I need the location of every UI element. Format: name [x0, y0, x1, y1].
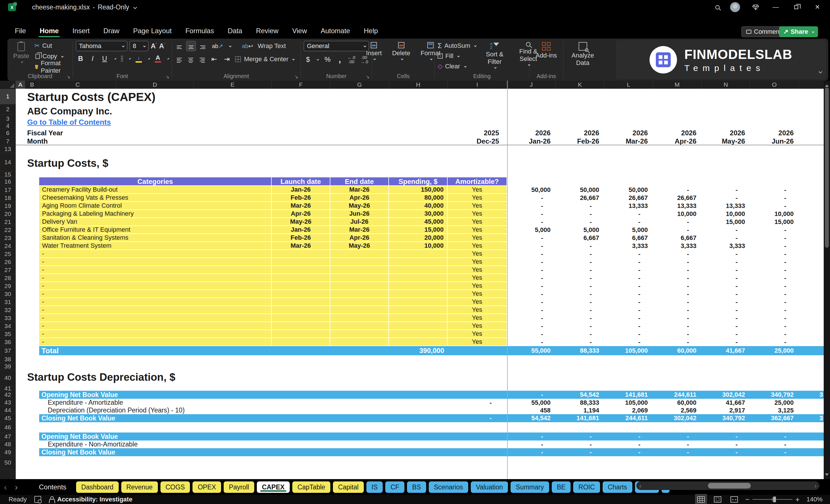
- align-middle-button[interactable]: [186, 41, 196, 51]
- restore-button[interactable]: [792, 3, 801, 12]
- row-header-15[interactable]: 15: [0, 171, 15, 177]
- sheet-tab-contents[interactable]: Contents: [22, 483, 76, 491]
- align-center-button[interactable]: [186, 54, 195, 65]
- sheet-tab-capex[interactable]: CAPEX: [257, 481, 290, 493]
- row-header-35[interactable]: 35: [0, 330, 15, 338]
- number-format-select[interactable]: General: [304, 41, 369, 51]
- row-header-46[interactable]: 46: [0, 422, 15, 433]
- alignment-dialog-launcher[interactable]: ↘: [295, 74, 298, 80]
- font-color-button[interactable]: A: [154, 55, 162, 63]
- sheet-tab-valuation[interactable]: Valuation: [471, 481, 508, 493]
- menu-tab-view[interactable]: View: [286, 25, 314, 38]
- cut-button[interactable]: ✂ Cut: [34, 41, 70, 50]
- font-color-chevron-icon[interactable]: [167, 58, 169, 60]
- align-top-button[interactable]: [175, 41, 184, 51]
- row-header-21[interactable]: 21: [0, 218, 15, 226]
- column-header-c[interactable]: C: [39, 81, 117, 89]
- menu-tab-data[interactable]: Data: [221, 25, 249, 38]
- shrink-font-button[interactable]: Aˇ: [159, 42, 165, 50]
- clipboard-dialog-launcher[interactable]: ↘: [67, 74, 70, 80]
- row-header-22[interactable]: 22: [0, 226, 15, 234]
- page-break-view-icon[interactable]: [731, 496, 738, 503]
- column-header-e[interactable]: E: [194, 81, 272, 89]
- italic-button[interactable]: I: [89, 54, 96, 63]
- sheet-tab-be[interactable]: BE: [552, 481, 571, 493]
- column-header-o[interactable]: O: [750, 81, 799, 89]
- column-header-a[interactable]: A: [16, 81, 25, 89]
- row-header-31[interactable]: 31: [0, 298, 15, 306]
- row-header-41[interactable]: 41: [0, 386, 15, 391]
- sheet-tab-captable[interactable]: CapTable: [292, 481, 330, 493]
- sheet-tab-scenarios[interactable]: Scenarios: [429, 481, 468, 493]
- number-dialog-launcher[interactable]: ↘: [366, 74, 370, 80]
- scroll-down-icon[interactable]: [825, 473, 829, 478]
- row-header-17[interactable]: 17: [0, 186, 15, 194]
- sheet-tab-payroll[interactable]: Payroll: [224, 481, 254, 493]
- row-header-2[interactable]: 2: [0, 104, 15, 115]
- row-header-43[interactable]: 43: [0, 399, 15, 406]
- fill-color-chevron-icon[interactable]: [148, 58, 150, 60]
- sheet-tab-cogs[interactable]: COGS: [160, 481, 190, 493]
- row-header-34[interactable]: 34: [0, 322, 15, 330]
- underline-chevron-icon[interactable]: [115, 58, 117, 60]
- delete-cells-button[interactable]: Delete: [389, 41, 413, 61]
- column-header-d[interactable]: D: [117, 81, 194, 89]
- menu-tab-review[interactable]: Review: [250, 25, 285, 38]
- menu-tab-insert[interactable]: Insert: [66, 25, 96, 38]
- sheet-tab-cf[interactable]: CF: [385, 481, 405, 493]
- normal-view-icon[interactable]: [697, 496, 705, 503]
- scroll-up-icon[interactable]: [825, 83, 829, 87]
- column-header-h[interactable]: H: [389, 81, 448, 89]
- select-all-corner[interactable]: [0, 81, 16, 89]
- row-header-14[interactable]: 14: [0, 153, 15, 171]
- search-icon[interactable]: [713, 3, 722, 12]
- increase-decimal-button[interactable]: ←.0 .00: [347, 55, 356, 64]
- avatar[interactable]: [730, 2, 740, 12]
- align-right-button[interactable]: [198, 54, 207, 65]
- fill-button[interactable]: ↓ Fill: [438, 52, 476, 60]
- orientation-button[interactable]: ab↗: [210, 42, 225, 50]
- addins-button[interactable]: Add-ins: [533, 41, 560, 60]
- row-header-29[interactable]: 29: [0, 282, 15, 290]
- vertical-scrollbar[interactable]: [824, 81, 830, 479]
- row-header-6[interactable]: 6: [0, 129, 15, 137]
- autosum-button[interactable]: Σ AutoSum: [438, 41, 476, 50]
- bold-button[interactable]: B: [76, 54, 85, 63]
- row-header-1[interactable]: 1: [0, 89, 15, 104]
- sheet-tab-revenue[interactable]: Revenue: [121, 481, 158, 493]
- column-headers[interactable]: ABCDEFGHIJKLMNO: [0, 81, 824, 89]
- column-header-l[interactable]: L: [604, 81, 653, 89]
- row-header-18[interactable]: 18: [0, 194, 15, 202]
- sort-filter-button[interactable]: AZ Sort & Filter: [478, 41, 511, 69]
- row-header-30[interactable]: 30: [0, 290, 15, 298]
- clear-button[interactable]: ◇ Clear: [438, 62, 476, 71]
- underline-button[interactable]: U: [100, 54, 109, 63]
- currency-chevron-icon[interactable]: [317, 58, 319, 61]
- page-layout-view-icon[interactable]: [714, 496, 721, 503]
- wrap-text-label[interactable]: Wrap Text: [258, 42, 286, 50]
- sheet-tab-opex[interactable]: OPEX: [192, 481, 221, 493]
- minimize-button[interactable]: —: [771, 3, 780, 12]
- read-only-badge[interactable]: Read-Only: [98, 3, 129, 11]
- row-header-7[interactable]: 7: [0, 137, 15, 145]
- row-header-28[interactable]: 28: [0, 274, 15, 282]
- column-header-b[interactable]: B: [25, 81, 39, 89]
- row-header-27[interactable]: 27: [0, 266, 15, 274]
- column-header-m[interactable]: M: [653, 81, 702, 89]
- row-header-32[interactable]: 32: [0, 306, 15, 314]
- wrap-text-button[interactable]: ab↩: [240, 42, 255, 50]
- row-header-16[interactable]: 16: [0, 177, 15, 186]
- sheet-nav-left-icon[interactable]: ‹: [0, 482, 11, 492]
- vertical-scroll-thumb[interactable]: [825, 88, 829, 248]
- align-left-button[interactable]: [175, 54, 184, 65]
- row-headers[interactable]: 1234671314151617181920212223242526272829…: [0, 89, 16, 479]
- row-header-24[interactable]: 24: [0, 242, 15, 250]
- zoom-in-button[interactable]: +: [793, 495, 802, 504]
- accessibility-status[interactable]: Accessibility: Investigate: [57, 496, 132, 503]
- hscroll-right-icon[interactable]: ›: [815, 482, 817, 489]
- row-header-13[interactable]: 13: [0, 145, 15, 153]
- column-header-k[interactable]: K: [556, 81, 604, 89]
- sheet-tab-summary[interactable]: Summary: [511, 481, 549, 493]
- zoom-slider-thumb[interactable]: [773, 497, 776, 502]
- row-header-49[interactable]: 49: [0, 448, 15, 456]
